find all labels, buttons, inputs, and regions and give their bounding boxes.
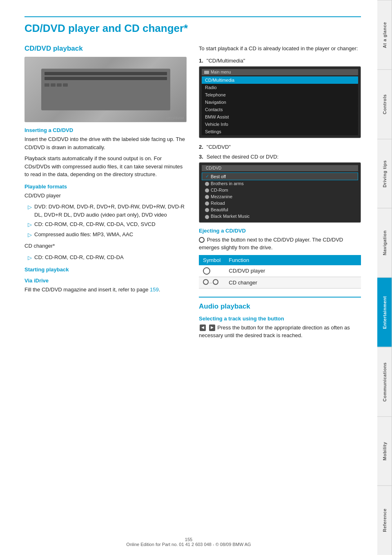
eject-icon	[199, 237, 205, 243]
changer-cd-bullet-text: CD: CD-ROM, CD-R, CD-RW, CD-DA	[34, 253, 124, 262]
device-btn-4	[63, 83, 68, 87]
step-2: 2. "CD/DVD"	[199, 143, 361, 151]
selecting-track-text: ◀ ▶ Press the button for the appropriate…	[199, 324, 361, 340]
sidebar-tab-controls[interactable]: Controls	[377, 69, 392, 139]
device-image: VECF6494	[24, 57, 187, 122]
right-column: To start playback if a CD is already loc…	[199, 45, 361, 343]
function-cell-1: CD/DVD player	[225, 265, 361, 277]
page-number: 155	[185, 537, 192, 542]
sidebar-tabs: At a glance Controls Driving tips Naviga…	[377, 0, 392, 555]
sidebar-tab-mobility[interactable]: Mobility	[377, 416, 392, 486]
cd-item-brothers: Brothers in arms	[202, 180, 358, 187]
menu-item-telephone: Telephone	[202, 91, 358, 98]
main-menu-title: Main menu	[211, 70, 231, 74]
selecting-track-text-content: Press the button for the appropriate dir…	[199, 324, 350, 339]
menu-item-settings: Settings	[202, 128, 358, 135]
table-header-symbol: Symbol	[199, 255, 225, 265]
sidebar-tab-reference[interactable]: Reference	[377, 486, 392, 555]
page-link-159[interactable]: 159	[150, 286, 159, 293]
cd-item-beautiful: Beautiful	[202, 206, 358, 213]
ejecting-text-content: Press the button next to the CD/DVD play…	[199, 237, 343, 251]
dvd-bullet-text: DVD: DVD-ROM, DVD-R, DVD+R, DVD-RW, DVD+…	[34, 203, 187, 219]
cd-item-black-market: Black Market Music	[202, 213, 358, 219]
start-playback-text: To start playback if a CD is already loc…	[199, 45, 361, 53]
main-menu-title-bar: Main menu	[202, 69, 358, 75]
cd-item-best-off: ✓ Best off	[202, 172, 358, 180]
bullet-arrow-2: ▷	[28, 221, 32, 229]
ejecting-heading: Ejecting a CD/DVD	[199, 228, 361, 234]
device-slot-2	[45, 77, 167, 80]
via-idrive-text: Fill the CD/DVD magazine and insert it, …	[24, 286, 187, 294]
step-1-num: 1.	[199, 57, 203, 65]
player-label: CD/DVD player	[24, 192, 187, 200]
device-drawing	[41, 69, 170, 111]
compressed-bullet-item: ▷ Compressed audio files: MP3, WMA, AAC	[28, 231, 187, 239]
menu-item-cd-multimedia: CD/Multimedia	[202, 76, 358, 84]
symbol-table: Symbol Function CD/DVD player	[199, 255, 361, 289]
cd-dvd-screenshot: CD/DVD ✓ Best off Brothers in arms CD-Ro…	[199, 162, 361, 223]
menu-item-contacts: Contacts	[202, 106, 358, 113]
via-idrive-heading: Via iDrive	[24, 278, 187, 284]
bullet-arrow-4: ▷	[28, 254, 32, 262]
changer-cd-bullet-item: ▷ CD: CD-ROM, CD-R, CD-RW, CD-DA	[28, 253, 187, 262]
inserting-text-2: Playback starts automatically if the sou…	[24, 154, 187, 179]
sidebar-tab-navigation[interactable]: Navigation	[377, 208, 392, 278]
function-cell-2: CD changer	[225, 277, 361, 288]
cd-item-mezzanine: Mezzanine	[202, 193, 358, 200]
device-buttons	[45, 83, 167, 87]
dvd-format-list: ▷ DVD: DVD-ROM, DVD-R, DVD+R, DVD-RW, DV…	[28, 203, 187, 239]
cd-bullet-text: CD: CD-ROM, CD-R, CD-RW, CD-DA, VCD, SVC…	[34, 220, 156, 229]
back-button-icon: ◀	[200, 324, 206, 331]
menu-icon	[204, 71, 209, 74]
device-watermark: VECF6494	[166, 116, 184, 120]
changer-label: CD changer*	[24, 242, 187, 250]
symbol-cell-2: ...	[199, 277, 225, 288]
inserting-text-1: Insert the CD/DVD into the drive with th…	[24, 135, 187, 151]
menu-item-radio: Radio	[202, 84, 358, 91]
compressed-bullet-text: Compressed audio files: MP3, WMA, AAC	[34, 231, 133, 239]
disc-range-icon: ...	[203, 279, 218, 285]
playable-formats-heading: Playable formats	[24, 184, 187, 190]
cd-menu-title-text: CD/DVD	[206, 166, 221, 170]
cd-item-reload: Reload	[202, 200, 358, 206]
step-3-num: 3.	[199, 153, 203, 161]
sidebar-tab-entertainment[interactable]: Entertainment	[377, 278, 392, 347]
cd-dvd-playback-heading: CD/DVD playback	[24, 45, 187, 53]
menu-item-bmw-assist: BMW Assist	[202, 113, 358, 121]
cd-item-cdrom: CD-Rom	[202, 187, 358, 193]
audio-playback-section: Audio playback Selecting a track using t…	[199, 297, 361, 340]
page-footer: 155 Online Edition for Part no. 01 41 2 …	[0, 537, 377, 547]
two-column-layout: CD/DVD playback VECF6494	[24, 45, 361, 343]
bullet-arrow-1: ▷	[28, 203, 32, 219]
step-3-text: Select the desired CD or DVD:	[207, 153, 278, 161]
main-menu-screenshot: Main menu CD/Multimedia Radio Telephone …	[199, 66, 361, 138]
device-btn-3	[57, 83, 62, 87]
device-slot-1	[45, 72, 167, 75]
main-content: CD/DVD player and CD changer* CD/DVD pla…	[0, 0, 377, 367]
step-2-num: 2.	[199, 143, 203, 151]
menu-item-vehicle-info: Vehicle Info	[202, 121, 358, 128]
table-row-cd-dvd-player: CD/DVD player	[199, 265, 361, 277]
device-btn-2	[51, 83, 56, 87]
step-1: 1. "CD/Multimedia"	[199, 57, 361, 65]
sidebar-tab-communications[interactable]: Communications	[377, 347, 392, 416]
symbol-cell-1	[199, 265, 225, 277]
cd-menu-title-bar: CD/DVD	[202, 165, 358, 171]
changer-format-list: ▷ CD: CD-ROM, CD-R, CD-RW, CD-DA	[28, 253, 187, 262]
step-1-text: "CD/Multimedia"	[207, 57, 245, 65]
starting-playback-heading: Starting playback	[24, 266, 187, 273]
menu-item-navigation: Navigation	[202, 98, 358, 106]
sidebar-tab-at-a-glance[interactable]: At a glance	[377, 0, 392, 69]
forward-button-icon: ▶	[209, 324, 215, 331]
footer-text: Online Edition for Part no. 01 41 2 603 …	[126, 542, 251, 547]
table-header-function: Function	[225, 255, 361, 265]
dvd-bullet-item: ▷ DVD: DVD-ROM, DVD-R, DVD+R, DVD-RW, DV…	[28, 203, 187, 219]
inserting-heading: Inserting a CD/DVD	[24, 127, 187, 133]
sidebar-tab-driving-tips[interactable]: Driving tips	[377, 139, 392, 208]
table-row-cd-changer: ... CD changer	[199, 277, 361, 288]
step-3: 3. Select the desired CD or DVD:	[199, 153, 361, 161]
selecting-track-heading: Selecting a track using the button	[199, 316, 361, 322]
bullet-arrow-3: ▷	[28, 231, 32, 239]
left-column: CD/DVD playback VECF6494	[24, 45, 187, 343]
disc-icon	[203, 267, 210, 275]
